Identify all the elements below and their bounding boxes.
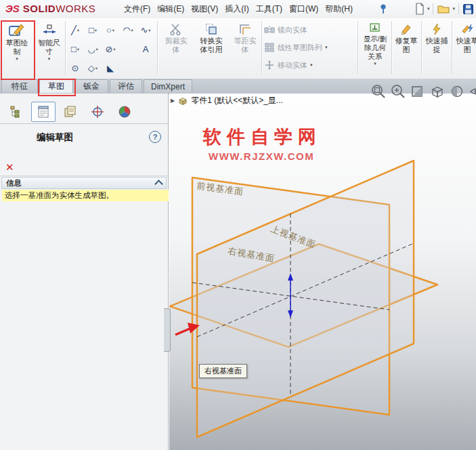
mirror-entities-button[interactable]: 镜向实体 (264, 24, 307, 35)
spline-tool-button[interactable]: ∿▾ (137, 22, 154, 39)
tab-sheet-metal[interactable]: 钣金 (74, 79, 108, 93)
linear-sketch-pattern-button[interactable]: 线性草图阵列 ▾ (264, 42, 328, 53)
sketch-button[interactable]: 草图绘 制 ▾ (1, 22, 33, 62)
view-orientation-icon[interactable] (430, 84, 445, 99)
circle-tool-button[interactable]: ○▾ (102, 22, 118, 39)
point-tool-button[interactable]: ⊙ (67, 60, 83, 77)
menu-edit[interactable]: 编辑(E) (154, 0, 188, 18)
offset-label-1: 等距实 (234, 37, 257, 45)
repair-label-1: 修复草 (395, 37, 418, 45)
quick-access-toolbar: ▾ ▾ (414, 1, 474, 16)
open-document-icon[interactable] (437, 3, 450, 14)
menubar: 文件(F) 编辑(E) 视图(V) 插入(I) 工具(T) 窗口(W) 帮助(H… (121, 0, 356, 18)
linear-pattern-dropdown[interactable]: ▾ (325, 45, 328, 50)
rapid-sketch-button[interactable]: 快速草 图 (453, 22, 476, 54)
relations-label-2: 除几何 (364, 43, 386, 52)
group-separator (391, 21, 392, 74)
tangent-arc-tool-button[interactable]: ◡▾ (85, 41, 101, 58)
smart-dimension-button[interactable]: 智能尺 寸 ▾ (34, 22, 64, 62)
smart-dimension-icon (41, 22, 58, 38)
message-group-header[interactable]: 信息 (1, 177, 167, 189)
move-dropdown[interactable]: ▾ (310, 62, 313, 68)
linear-pattern-label: 线性草图阵列 (278, 43, 322, 53)
menu-view[interactable]: 视图(V) (188, 0, 221, 18)
menu-window[interactable]: 窗口(W) (286, 0, 322, 18)
group-separator (157, 21, 158, 74)
line-tool-button[interactable]: ╱▾ (67, 22, 83, 39)
quick-snaps-label-1: 快速捕 (426, 37, 448, 45)
panel-splitter-handle[interactable] (164, 308, 171, 352)
help-icon[interactable]: ? (149, 131, 161, 143)
panel-separator (0, 176, 168, 176)
menu-file[interactable]: 文件(F) (121, 0, 154, 18)
tab-evaluate[interactable]: 评估 (110, 79, 142, 93)
panel-tab-featuremanager[interactable] (4, 102, 28, 122)
solidworks-logo: ЭSSOLIDWORKS (5, 3, 95, 14)
model-canvas[interactable]: 前视基准面 上视基准面 右视基准面 (169, 94, 476, 450)
tab-features[interactable]: 特征 (1, 79, 38, 93)
move-entities-button[interactable]: 移动实体 ▾ (264, 60, 313, 70)
new-document-dropdown[interactable]: ▾ (427, 6, 430, 12)
collapse-chevron-icon[interactable] (154, 180, 163, 188)
tab-sketch[interactable]: 草图 (39, 79, 73, 93)
trim-entities-button[interactable]: 剪裁实 体 (160, 22, 192, 54)
convert-entities-button[interactable]: 转换实 体引用 (194, 22, 229, 54)
panel-title: 编辑草图 (37, 131, 73, 144)
tab-dimxpert[interactable]: DimXpert (144, 79, 192, 93)
sketch-icon (8, 22, 26, 38)
polygon-tool-button[interactable]: ◇▾ (85, 60, 101, 77)
plane-tooltip: 右视基准面 (199, 364, 247, 378)
pin-icon[interactable] (379, 3, 387, 15)
smart-dimension-dropdown[interactable]: ▾ (48, 56, 51, 62)
group-separator (421, 21, 422, 74)
center-rectangle-tool-button[interactable]: □▾ (67, 41, 83, 58)
panel-tab-dimxpertmanager[interactable] (85, 102, 110, 122)
chamfer-tool-button[interactable]: ◣ (102, 60, 118, 77)
repair-label-2: 图 (403, 45, 410, 54)
trim-entities-icon (169, 22, 183, 36)
rectangle-tool-button[interactable]: □▾ (85, 22, 101, 39)
heads-up-view-toolbar (371, 84, 476, 99)
toolbar-separator (458, 3, 459, 14)
new-document-icon[interactable] (414, 2, 425, 16)
group-separator (65, 21, 66, 74)
menu-tools[interactable]: 工具(T) (253, 0, 286, 18)
sketch-dropdown[interactable]: ▾ (16, 56, 18, 62)
text-tool-button[interactable]: A (137, 41, 154, 58)
offset-entities-icon (238, 22, 252, 36)
graphics-viewport[interactable]: ▶ 零件1 (默认<<默认>_显... 软件自学网 WWW.RJZXW.COM … (169, 94, 476, 450)
rapid-sketch-icon (460, 22, 474, 36)
panel-tab-propertymanager[interactable] (31, 102, 56, 122)
menu-insert[interactable]: 插入(I) (221, 0, 252, 18)
propertymanager-form-icon (37, 105, 50, 119)
repair-sketch-button[interactable]: 修复草 图 (393, 22, 420, 54)
hide-show-items-icon[interactable] (469, 84, 476, 99)
rapid-sketch-label-1: 快速草 (456, 37, 476, 45)
offset-label-2: 体 (242, 45, 249, 54)
offset-entities-button[interactable]: 等距实 体 (230, 22, 260, 54)
group-separator (261, 21, 262, 74)
close-icon[interactable]: ✕ (5, 161, 14, 173)
panel-tab-configurationmanager[interactable] (58, 102, 83, 122)
quick-snaps-button[interactable]: 快速捕 捉 (423, 22, 451, 54)
zoom-to-fit-icon[interactable] (371, 84, 386, 99)
menu-help[interactable]: 帮助(H) (322, 0, 356, 18)
rapid-sketch-label-2: 图 (464, 45, 471, 54)
open-document-dropdown[interactable]: ▾ (452, 6, 455, 12)
panel-tabs-divider (0, 123, 168, 124)
smart-dimension-label-2: 寸 (45, 47, 53, 56)
zoom-to-area-icon[interactable] (391, 84, 406, 99)
arc-tool-button[interactable]: ◠▾ (120, 22, 136, 39)
panel-tab-displaymanager[interactable] (112, 102, 137, 122)
ds-logo-icon: ЭS (5, 3, 20, 14)
convert-label-2: 体引用 (200, 45, 223, 54)
save-icon[interactable] (462, 3, 474, 15)
message-group-title: 信息 (6, 178, 22, 188)
display-style-icon[interactable] (450, 84, 464, 99)
configuration-stack-icon (64, 105, 77, 119)
section-view-icon[interactable] (410, 84, 425, 99)
relations-dropdown[interactable]: ▾ (374, 61, 376, 66)
ellipse-tool-button[interactable]: ⊘▾ (102, 41, 118, 58)
display-delete-relations-button[interactable]: 显示/删 除几何 关系 ▾ (360, 22, 390, 66)
convert-entities-icon (204, 22, 218, 36)
